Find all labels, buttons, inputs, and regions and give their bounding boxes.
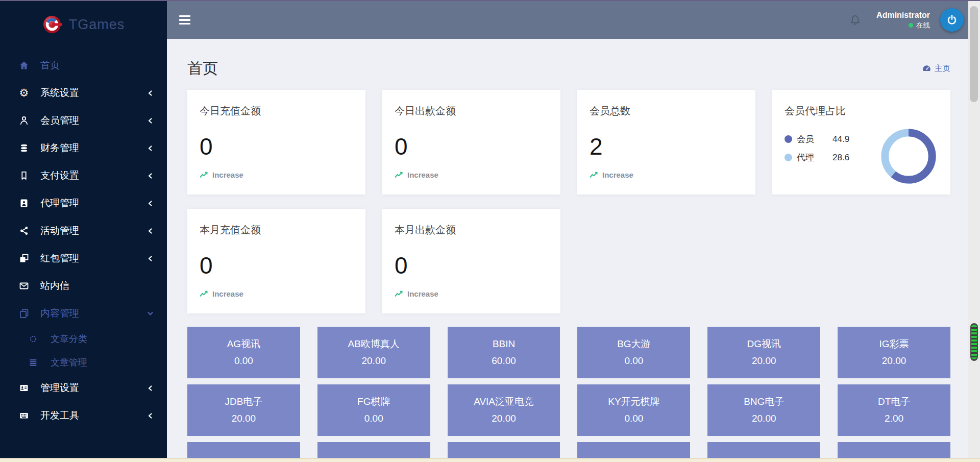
sidebar-item-member-management[interactable]: 会员管理	[0, 107, 167, 134]
sidebar-item-label: 文章管理	[51, 356, 87, 369]
sidebar-item-payment-settings[interactable]: 支付设置	[0, 162, 167, 189]
sidebar-item-home[interactable]: 首页	[0, 52, 167, 79]
game-tile[interactable]: AVIA泛亚电竞20.00	[448, 384, 560, 436]
game-tile-name: AG视讯	[227, 336, 260, 352]
game-tile-value: 20.00	[882, 353, 906, 369]
stat-card-member-total: 会员总数 2 Increase	[577, 90, 755, 194]
sidebar-item-label: 财务管理	[40, 141, 79, 155]
power-icon	[945, 13, 959, 27]
spinner-icon	[27, 334, 40, 344]
chevron-left-icon	[147, 412, 154, 419]
game-tile-value: 0.00	[364, 410, 383, 427]
notifications-bell-icon[interactable]	[848, 13, 862, 27]
game-tile[interactable]: BG大游0.00	[577, 327, 690, 378]
increase-trend-icon	[200, 172, 208, 178]
chevron-left-icon	[147, 173, 154, 179]
user-block[interactable]: Administrator 在线	[876, 10, 930, 30]
legend-value: 44.9	[832, 134, 849, 144]
sidebar-item-activity-management[interactable]: 活动管理	[0, 217, 167, 245]
chevron-left-icon	[147, 90, 154, 96]
clone-icon	[17, 253, 31, 263]
id-card-icon	[17, 383, 31, 393]
card-footer: Increase	[590, 171, 633, 179]
card-footer-label: Increase	[602, 171, 633, 179]
increase-trend-icon	[590, 172, 598, 178]
sidebar-item-dev-tools[interactable]: 开发工具	[0, 402, 167, 429]
hamburger-menu-button[interactable]	[179, 15, 191, 25]
game-tile[interactable]: JDB电子20.00	[187, 384, 300, 436]
game-tile[interactable]: DG视讯20.00	[707, 327, 820, 378]
vertical-scrollbar-track[interactable]	[968, 1, 980, 462]
game-tile-name: DG视讯	[747, 336, 781, 352]
online-status-label: 在线	[916, 21, 930, 30]
stat-cards: 今日充值金额 0 Increase 今日出款金额 0 Increase 会员总数…	[187, 90, 950, 313]
brand-name: TGames	[69, 17, 125, 33]
chevron-left-icon	[147, 228, 154, 234]
online-status-dot	[909, 23, 913, 28]
keyboard-icon	[17, 410, 31, 421]
legend-dot-member	[785, 135, 792, 143]
game-tiles-grid: AG视讯0.00 AB欧博真人20.00 BBIN60.00 BG大游0.00 …	[187, 327, 950, 462]
card-footer-label: Increase	[407, 171, 438, 179]
sidebar-item-label: 文章分类	[51, 333, 87, 345]
sidebar-item-label: 开发工具	[40, 409, 79, 422]
avatar[interactable]	[940, 8, 964, 32]
sidebar-item-content-management[interactable]: 内容管理	[0, 300, 167, 327]
card-value: 0	[395, 252, 408, 279]
sidebar-item-label: 首页	[40, 59, 60, 72]
chevron-left-icon	[147, 385, 154, 392]
brand-logo[interactable]: TGames	[0, 1, 167, 44]
chevron-left-icon	[147, 117, 154, 124]
sidebar-item-redpacket-management[interactable]: 红包管理	[0, 245, 167, 272]
brand-logo-icon	[42, 14, 63, 35]
envelope-icon	[17, 281, 31, 291]
legend-label: 会员	[797, 133, 825, 145]
scroll-progress-widget[interactable]	[970, 323, 978, 361]
donut-chart	[878, 126, 939, 186]
bottom-edge-strip	[0, 458, 980, 462]
sidebar-item-label: 站内信	[40, 279, 69, 293]
stat-card-month-deposit: 本月充值金额 0 Increase	[187, 209, 365, 313]
sidebar-item-label: 内容管理	[40, 307, 79, 320]
game-tile[interactable]: AG视讯0.00	[187, 327, 300, 378]
sidebar-item-label: 管理设置	[40, 381, 79, 395]
game-tile[interactable]: DT电子2.00	[838, 384, 950, 436]
top-accent-line	[0, 0, 980, 1]
sidebar-item-admin-settings[interactable]: 管理设置	[0, 374, 167, 402]
sidebar-item-system-settings[interactable]: ⚙ 系统设置	[0, 79, 167, 107]
game-tile-value: 20.00	[232, 410, 256, 427]
card-title: 会员总数	[590, 104, 743, 118]
id-badge-icon	[17, 198, 31, 208]
sidebar-item-agent-management[interactable]: 代理管理	[0, 189, 167, 217]
game-tile-name: AVIA泛亚电竞	[474, 394, 534, 410]
game-tile-name: DT电子	[878, 394, 910, 410]
game-tile[interactable]: BBIN60.00	[448, 327, 560, 378]
game-tile[interactable]: KY开元棋牌0.00	[577, 384, 690, 436]
increase-trend-icon	[395, 290, 403, 297]
main-content: 首页 主页 今日充值金额 0 Increase 今日出款金额 0	[167, 39, 968, 462]
chevron-down-icon	[147, 310, 154, 317]
game-tile[interactable]: BNG电子20.00	[707, 384, 820, 436]
breadcrumb[interactable]: 主页	[922, 63, 950, 74]
sidebar-item-finance-management[interactable]: 财务管理	[0, 134, 167, 162]
game-tile-value: 20.00	[752, 353, 776, 369]
stat-card-today-withdraw: 今日出款金额 0 Increase	[382, 90, 560, 194]
game-tile-name: JDB电子	[225, 394, 262, 410]
sidebar-item-article-management[interactable]: 文章管理	[0, 351, 167, 374]
game-tile-value: 20.00	[361, 353, 386, 369]
vertical-scrollbar-thumb[interactable]	[970, 6, 978, 102]
sidebar-nav: 首页 ⚙ 系统设置 会员管理 财务管理	[0, 52, 167, 429]
database-icon	[17, 143, 31, 153]
card-footer-label: Increase	[212, 289, 243, 298]
game-tile[interactable]: IG彩票20.00	[838, 327, 950, 378]
increase-trend-icon	[395, 172, 403, 178]
sidebar-item-site-mail[interactable]: 站内信	[0, 272, 167, 300]
sidebar-item-article-category[interactable]: 文章分类	[0, 327, 167, 351]
game-tile[interactable]: FG棋牌0.00	[317, 384, 430, 436]
game-tile-value: 2.00	[885, 410, 903, 427]
sidebar-item-label: 支付设置	[40, 169, 79, 182]
game-tile[interactable]: AB欧博真人20.00	[317, 327, 430, 378]
legend-label: 代理	[797, 152, 825, 163]
game-tile-value: 20.00	[752, 410, 776, 427]
game-tile-name: AB欧博真人	[348, 336, 400, 352]
